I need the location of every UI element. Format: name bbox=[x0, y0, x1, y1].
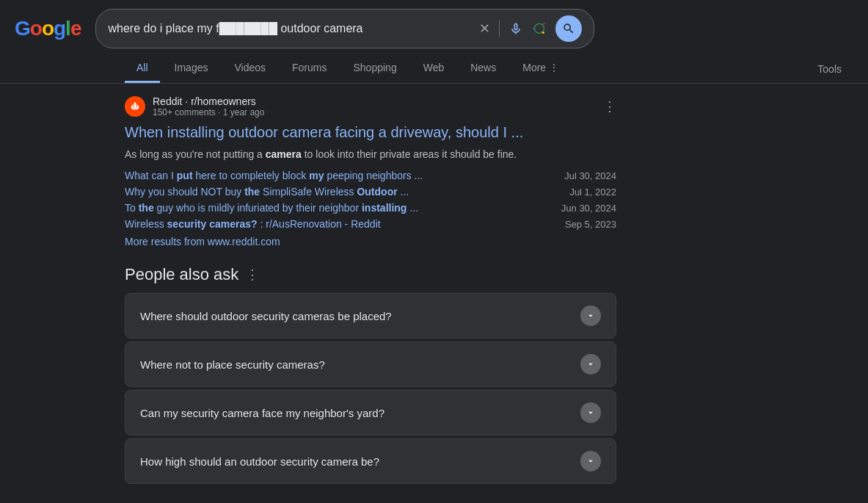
sub-result-row: To the guy who is mildly infuriated by t… bbox=[125, 200, 616, 215]
tab-shopping[interactable]: Shopping bbox=[342, 54, 409, 83]
reddit-favicon bbox=[125, 96, 145, 117]
source-name: Reddit · r/homeowners bbox=[153, 95, 264, 107]
paa-question-1: Where should outdoor security cameras be… bbox=[140, 310, 392, 322]
tab-news[interactable]: News bbox=[459, 54, 508, 83]
sub-result-link-1[interactable]: What can I put here to completely block … bbox=[125, 170, 552, 181]
more-dots-icon: ⋮ bbox=[549, 62, 559, 73]
result-title-link[interactable]: When installing outdoor camera facing a … bbox=[125, 122, 616, 142]
paa-chevron-1 bbox=[580, 305, 601, 326]
feedback-row: Feedback bbox=[0, 499, 631, 503]
people-also-ask-section: People also ask ⋮ Where should outdoor s… bbox=[125, 265, 616, 484]
paa-item-1[interactable]: Where should outdoor security cameras be… bbox=[125, 293, 616, 339]
main-content: Reddit · r/homeowners 150+ comments · 1 … bbox=[0, 84, 631, 499]
lens-search-button[interactable] bbox=[532, 21, 547, 36]
result-snippet: As long as you're not putting a camera t… bbox=[125, 147, 616, 162]
sub-result-date-4: Sep 5, 2023 bbox=[565, 219, 616, 230]
paa-item-4[interactable]: How high should an outdoor security came… bbox=[125, 438, 616, 484]
sub-result-link-4[interactable]: Wireless security cameras? : r/AusRenova… bbox=[125, 218, 553, 230]
paa-chevron-2 bbox=[580, 354, 601, 374]
sub-results: What can I put here to completely block … bbox=[125, 168, 616, 231]
paa-options-button[interactable]: ⋮ bbox=[246, 267, 259, 283]
paa-item-3[interactable]: Can my security camera face my neighbor'… bbox=[125, 390, 616, 435]
tab-images[interactable]: Images bbox=[163, 54, 220, 83]
paa-question-4: How high should an outdoor security came… bbox=[140, 455, 379, 468]
paa-header: People also ask ⋮ bbox=[125, 265, 616, 284]
tab-web[interactable]: Web bbox=[412, 54, 456, 83]
more-label: More bbox=[522, 62, 546, 73]
google-logo: Google bbox=[15, 17, 81, 40]
svg-point-0 bbox=[542, 32, 544, 34]
more-results-link[interactable]: More results from www.reddit.com bbox=[125, 236, 616, 247]
clear-search-button[interactable]: ✕ bbox=[479, 21, 490, 37]
sub-result-date-2: Jul 1, 2022 bbox=[569, 187, 616, 198]
sub-result-date-3: Jun 30, 2024 bbox=[561, 203, 616, 214]
paa-question-3: Can my security camera face my neighbor'… bbox=[140, 407, 384, 419]
tab-forums[interactable]: Forums bbox=[280, 54, 338, 83]
sub-result-link-2[interactable]: Why you should NOT buy the SimpliSafe Wi… bbox=[125, 186, 558, 198]
paa-item-2[interactable]: Where not to place security cameras? bbox=[125, 341, 616, 387]
header: Google ✕ bbox=[0, 0, 868, 48]
paa-chevron-4 bbox=[580, 451, 601, 471]
source-info: Reddit · r/homeowners 150+ comments · 1 … bbox=[153, 95, 264, 117]
search-bar[interactable]: ✕ bbox=[95, 9, 594, 48]
tab-more[interactable]: More ⋮ bbox=[511, 54, 571, 83]
divider bbox=[499, 20, 500, 37]
source-meta: 150+ comments · 1 year ago bbox=[153, 107, 264, 117]
sub-result-date-1: Jul 30, 2024 bbox=[564, 170, 616, 181]
result-source-row: Reddit · r/homeowners 150+ comments · 1 … bbox=[125, 95, 616, 117]
search-bar-icons: ✕ bbox=[479, 15, 582, 42]
tab-all[interactable]: All bbox=[125, 54, 160, 83]
tools-tab[interactable]: Tools bbox=[806, 56, 853, 82]
reddit-result-card: Reddit · r/homeowners 150+ comments · 1 … bbox=[125, 95, 616, 247]
sub-result-row: Wireless security cameras? : r/AusRenova… bbox=[125, 217, 616, 231]
svg-point-4 bbox=[136, 106, 137, 107]
paa-title: People also ask bbox=[125, 265, 238, 284]
paa-question-2: Where not to place security cameras? bbox=[140, 358, 325, 371]
sub-result-link-3[interactable]: To the guy who is mildly infuriated by t… bbox=[125, 202, 550, 214]
search-input[interactable] bbox=[108, 22, 472, 35]
paa-chevron-3 bbox=[580, 402, 601, 423]
result-more-options-button[interactable]: ⋮ bbox=[603, 98, 616, 115]
svg-point-3 bbox=[133, 106, 134, 107]
tab-videos[interactable]: Videos bbox=[222, 54, 277, 83]
sub-result-row: Why you should NOT buy the SimpliSafe Wi… bbox=[125, 184, 616, 199]
search-tabs: All Images Videos Forums Shopping Web Ne… bbox=[0, 54, 868, 84]
search-submit-button[interactable] bbox=[555, 15, 582, 42]
voice-search-button[interactable] bbox=[508, 21, 523, 36]
sub-result-row: What can I put here to completely block … bbox=[125, 168, 616, 183]
